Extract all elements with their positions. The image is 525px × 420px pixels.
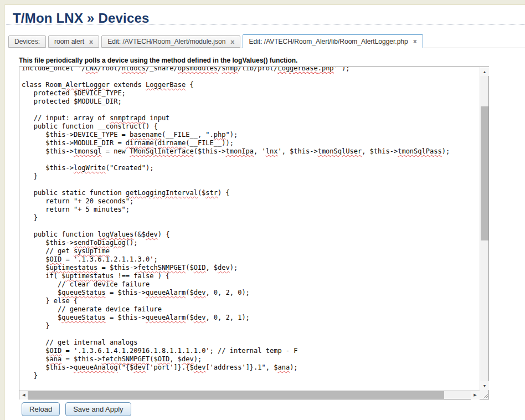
code-line (22, 222, 480, 231)
code-line: $this->MODULE_DIR = dirname(dirname(__FI… (22, 139, 480, 147)
tab-edit-room-alertlogger-php[interactable]: Edit: /AVTECH/Room_Alert/lib/Room_AlertL… (243, 34, 423, 48)
code-line: return "+ 20 seconds"; (22, 197, 480, 206)
title-divider (6, 24, 525, 24)
code-line: public function __construct() { (22, 122, 480, 131)
content-panel: T/Mon LNX » Devices Devices: room alert … (4, 4, 525, 420)
tab-label: Edit: /AVTECH/Room_Alert/module.json (107, 36, 225, 47)
code-line: $this->logWrite("Created"); (22, 164, 480, 172)
tab-devices[interactable]: Devices: (8, 35, 46, 48)
code-view[interactable]: include_once( '/LNX/root/htdocs/_share/o… (19, 67, 480, 390)
tab-label: Devices: (14, 36, 40, 47)
code-line: if( $uptimestatus !== false ) { (22, 272, 480, 280)
code-line (22, 181, 480, 189)
code-line: $this->tmonsql = new TMonSqlInterface($t… (22, 147, 480, 156)
code-line: } (22, 322, 480, 330)
vertical-scrollbar[interactable]: ▲ ▼ (480, 67, 488, 390)
code-line: // get internal analogs (22, 339, 480, 347)
code-line: $this->queueAnalog("{$dev['port']}.{$dev… (22, 363, 480, 372)
code-line: $OID = '.1.3.6.1.4.1.20916.1.8.1.1.1.1.0… (22, 347, 480, 355)
code-line (22, 330, 480, 339)
code-line: $this->sendToDiagLog(); (22, 239, 480, 247)
file-description: This file periodically polls a device us… (19, 57, 297, 64)
code-line: // input: array of snmptrapd input (22, 114, 480, 122)
horizontal-scrollbar-thumb[interactable] (28, 391, 444, 399)
action-buttons: Reload Save and Apply (22, 402, 131, 416)
scroll-down-icon[interactable]: ▼ (480, 381, 489, 390)
save-and-apply-button[interactable]: Save and Apply (65, 402, 131, 416)
tab-room-alert[interactable]: room alert x (48, 35, 99, 48)
resize-grip[interactable] (480, 390, 488, 399)
scroll-up-icon[interactable]: ▲ (480, 67, 489, 76)
vertical-scrollbar-thumb[interactable] (481, 106, 488, 240)
code-line: // get sysUpTime (22, 247, 480, 255)
tab-close-icon[interactable]: x (413, 38, 417, 44)
code-line: $uptimestatus = $this->fetchSNMPGET($OID… (22, 264, 480, 272)
code-line: protected $DEVICE_TYPE; (22, 89, 480, 98)
code-line (22, 106, 480, 114)
scroll-right-icon[interactable]: ▶ (471, 391, 480, 399)
code-line: } (22, 214, 480, 222)
tab-label: room alert (54, 36, 84, 47)
code-line: } (22, 172, 480, 181)
code-line: return "+ 5 minutes"; (22, 206, 480, 214)
code-line: public function logValues(&$dev) { (22, 231, 480, 239)
code-editor[interactable]: include_once( '/LNX/root/htdocs/_share/o… (19, 66, 489, 399)
code-line: // generate device failure (22, 305, 480, 314)
code-line: protected $MODULE_DIR; (22, 98, 480, 106)
code-line (22, 156, 480, 164)
tab-close-icon[interactable]: x (89, 39, 93, 45)
resize-grip-icon (482, 392, 488, 399)
code-line: } else { (22, 297, 480, 305)
tab-close-icon[interactable]: x (230, 39, 234, 45)
code-line: include_once( '/LNX/root/htdocs/_share/o… (22, 67, 480, 73)
reload-button[interactable]: Reload (22, 402, 60, 416)
tab-label: Edit: /AVTECH/Room_Alert/lib/Room_AlertL… (249, 36, 408, 47)
code-line (22, 73, 480, 81)
code-line: // clear device failure (22, 280, 480, 289)
code-line: $queueStatus = $this->queueAlarm($dev, 0… (22, 314, 480, 322)
code-line: class Room_AlertLogger extends LoggerBas… (22, 81, 480, 89)
code-line: $this->DEVICE_TYPE = basename(__FILE__, … (22, 131, 480, 139)
code-line: public static function getLoggingInterva… (22, 189, 480, 197)
code-line: $ana = $this->fetchSNMPGET($OID, $dev); (22, 355, 480, 363)
code-line: $queueStatus = $this->queueAlarm($dev, 0… (22, 289, 480, 297)
code-content[interactable]: include_once( '/LNX/root/htdocs/_share/o… (22, 67, 480, 380)
horizontal-scrollbar[interactable]: ◀ ▶ (19, 390, 480, 399)
tab-edit-module-json[interactable]: Edit: /AVTECH/Room_Alert/module.json x (101, 35, 240, 48)
tab-bar: Devices: room alert x Edit: /AVTECH/Room… (8, 34, 525, 48)
scroll-left-icon[interactable]: ◀ (19, 391, 28, 399)
code-line: $OID = '.1.3.6.1.2.1.1.3.0'; (22, 255, 480, 264)
code-line: } (22, 372, 480, 380)
